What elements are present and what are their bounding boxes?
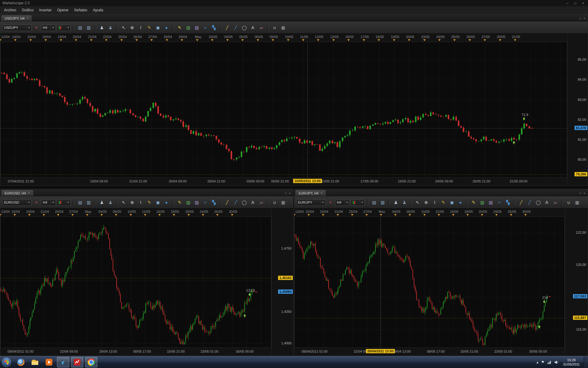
- price-axis[interactable]: 1,47501,42501,40001,440841,45162: [271, 209, 293, 356]
- eraser-icon[interactable]: ▱: [552, 199, 559, 206]
- account-icon[interactable]: ♟: [98, 24, 106, 31]
- taskbar-internet-explorer-button[interactable]: e: [57, 357, 69, 367]
- window-restore-icon[interactable]: □: [579, 192, 581, 195]
- remove-symbol-icon[interactable]: ×: [32, 199, 40, 206]
- trendline-icon[interactable]: ╱: [223, 199, 231, 206]
- menu-insertar[interactable]: Insertar: [36, 7, 55, 13]
- pencil-icon[interactable]: ✎: [176, 199, 183, 206]
- chart-type-select[interactable]: ▾: [351, 199, 365, 206]
- account-icon[interactable]: ♟: [98, 199, 106, 206]
- candlestick-plot-usdjpy[interactable]: [0, 42, 567, 178]
- tile-vertical-icon[interactable]: ▥: [85, 199, 92, 206]
- eraser-icon[interactable]: ▱: [258, 24, 265, 31]
- menu-senales[interactable]: Señales: [71, 7, 90, 13]
- taskbar-trading-station-button[interactable]: [71, 357, 83, 367]
- candlestick-plot-eurusd[interactable]: [0, 217, 271, 348]
- grid-icon[interactable]: ▦: [573, 199, 581, 206]
- timeframe-select[interactable]: H4▾: [41, 199, 56, 206]
- window-close-icon[interactable]: ×: [583, 192, 585, 195]
- gallery-icon[interactable]: ▨: [193, 24, 201, 31]
- tile-horizontal-icon[interactable]: ▤: [76, 24, 84, 31]
- candlestick-plot-eurjpy[interactable]: [294, 217, 565, 348]
- tile-vertical-icon[interactable]: ▥: [379, 199, 386, 206]
- indicator-chart-icon[interactable]: ▚: [210, 199, 218, 206]
- symbol-select[interactable]: EUR/JPY▾: [296, 199, 326, 206]
- crosshair-icon[interactable]: ⊕: [422, 199, 430, 206]
- ellipse-icon[interactable]: ◯: [534, 199, 542, 206]
- taskbar-explorer-button[interactable]: [29, 357, 41, 367]
- window-restore-icon[interactable]: □: [285, 192, 287, 195]
- menu-operar[interactable]: Operar: [54, 7, 71, 13]
- ellipse-icon[interactable]: ◯: [240, 199, 248, 206]
- close-button[interactable]: ×: [581, 1, 586, 5]
- account-add-icon[interactable]: ♟: [401, 199, 408, 206]
- indicators-icon[interactable]: ≈: [202, 199, 209, 206]
- indicators-icon[interactable]: ≈: [496, 199, 503, 206]
- magnet-icon[interactable]: ∪: [271, 199, 278, 206]
- maximize-button[interactable]: □: [573, 1, 578, 5]
- show-desktop-button[interactable]: [584, 356, 587, 368]
- minimize-button[interactable]: –: [565, 1, 570, 5]
- chart-type-select[interactable]: ▾: [57, 199, 71, 206]
- chart-type-select[interactable]: ▾: [57, 25, 71, 31]
- snapshot-icon[interactable]: ▧: [184, 199, 192, 206]
- pointer-icon[interactable]: ↖: [120, 199, 127, 206]
- symbol-select[interactable]: EUR/USD▾: [2, 199, 32, 206]
- ray-line-icon[interactable]: ╱: [526, 199, 533, 206]
- timeframe-select[interactable]: H4▾: [41, 25, 56, 31]
- tab-close-icon[interactable]: ×: [27, 17, 28, 20]
- snapshot-icon[interactable]: ▧: [184, 24, 192, 31]
- account-icon[interactable]: ♟: [392, 199, 400, 206]
- eye-icon[interactable]: ◉: [154, 24, 162, 31]
- magnet-icon[interactable]: ∪: [271, 24, 278, 31]
- taskbar-chrome-button[interactable]: [85, 357, 97, 367]
- grid-icon[interactable]: ▦: [279, 24, 287, 31]
- text-label-icon[interactable]: A: [249, 199, 257, 206]
- trendline-icon[interactable]: ╱: [517, 199, 525, 206]
- chart-tab-eurjpy[interactable]: EUR/JPY, H4 ×: [296, 190, 326, 196]
- menu-grafico[interactable]: Gráfico: [19, 7, 36, 13]
- eye-icon[interactable]: ◉: [448, 199, 456, 206]
- globe-icon[interactable]: ●: [163, 199, 170, 206]
- window-close-icon[interactable]: ×: [583, 17, 585, 20]
- pencil-icon[interactable]: ✎: [176, 24, 183, 31]
- snapshot-icon[interactable]: ▧: [478, 199, 486, 206]
- grid-icon[interactable]: ▦: [279, 199, 287, 206]
- action-center-flag-icon[interactable]: ⚑: [541, 360, 545, 364]
- gallery-icon[interactable]: ▨: [193, 199, 201, 206]
- pointer-icon[interactable]: ↖: [120, 24, 127, 31]
- start-button[interactable]: [1, 357, 12, 368]
- text-label-icon[interactable]: A: [249, 24, 257, 31]
- remove-symbol-icon[interactable]: ×: [32, 24, 40, 31]
- indicator-chart-icon[interactable]: ▚: [504, 199, 512, 206]
- crosshair-icon[interactable]: ⊕: [128, 199, 136, 206]
- text-cursor-icon[interactable]: I: [137, 199, 145, 206]
- globe-icon[interactable]: ●: [457, 199, 464, 206]
- text-label-icon[interactable]: A: [543, 199, 551, 206]
- chart-tab-eurusd[interactable]: EUR/USD, H4 ×: [2, 190, 33, 196]
- volume-icon[interactable]: [554, 360, 559, 364]
- ray-line-icon[interactable]: ╱: [232, 199, 239, 206]
- globe-icon[interactable]: ●: [163, 24, 170, 31]
- remove-symbol-icon[interactable]: ×: [326, 199, 334, 206]
- clock[interactable]: 15:29 31/05/2011: [562, 358, 581, 367]
- eraser-icon[interactable]: ▱: [258, 199, 265, 206]
- note-icon[interactable]: ✎: [145, 199, 153, 206]
- price-axis[interactable]: 85,0084,0083,0082,0081,0080,0081,57879,2…: [567, 34, 588, 186]
- taskbar-media-player-button[interactable]: [43, 357, 55, 367]
- trendline-icon[interactable]: ╱: [223, 24, 231, 31]
- indicators-icon[interactable]: ≈: [202, 24, 209, 31]
- network-icon[interactable]: [547, 360, 552, 364]
- window-close-icon[interactable]: ×: [289, 192, 291, 195]
- hidden-icons-button[interactable]: ▴: [537, 360, 538, 364]
- indicator-chart-icon[interactable]: ▚: [210, 24, 218, 31]
- note-icon[interactable]: ✎: [145, 24, 153, 31]
- tab-close-icon[interactable]: ×: [321, 192, 322, 195]
- tab-close-icon[interactable]: ×: [28, 192, 30, 195]
- tile-horizontal-icon[interactable]: ▤: [76, 199, 84, 206]
- account-add-icon[interactable]: ♟: [107, 199, 114, 206]
- magnet-icon[interactable]: ∪: [565, 199, 572, 206]
- account-add-icon[interactable]: ♟: [107, 24, 114, 31]
- menu-ayuda[interactable]: Ayuda: [90, 7, 106, 13]
- gallery-icon[interactable]: ▨: [487, 199, 495, 206]
